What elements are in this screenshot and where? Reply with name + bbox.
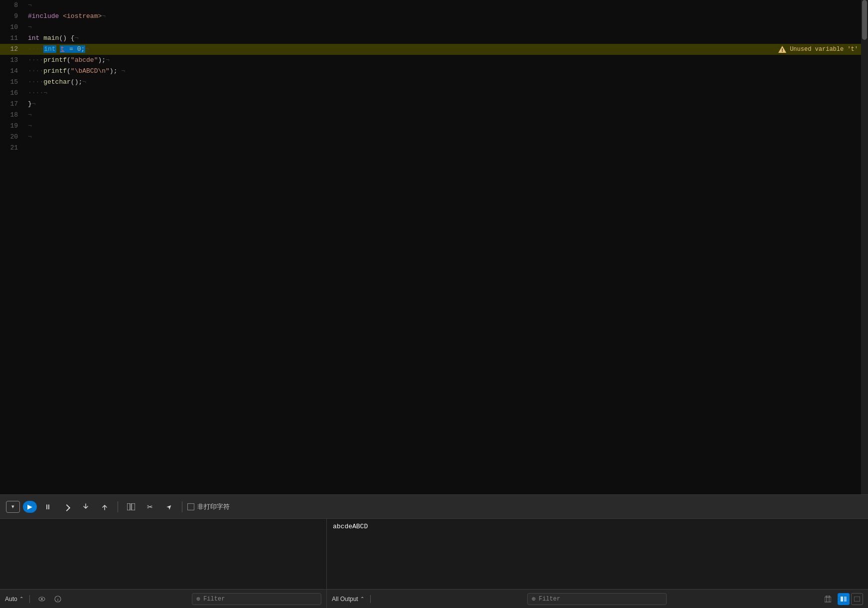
warning-annotation: ! Unused variable 't' <box>778 44 858 55</box>
warning-icon: ! <box>778 45 787 53</box>
line-content-17: }¬ <box>26 99 868 110</box>
line-number-11: 11 <box>0 33 26 44</box>
line-number-15: 15 <box>0 77 26 88</box>
line-content-15: ····getchar();¬ <box>26 77 868 88</box>
line-content-11: int main() {¬ <box>26 33 868 44</box>
auto-label: Auto <box>5 596 17 603</box>
delete-output-button[interactable] <box>822 593 834 605</box>
right-panel-footer: All Output ⌃ ⊕ Filter <box>327 589 868 608</box>
split-view-icon <box>127 503 135 510</box>
console-down-icon: ▾ <box>11 503 14 510</box>
console-toggle-button[interactable]: ▾ <box>6 501 20 513</box>
right-panel-content: abcdeABCD <box>327 519 868 589</box>
code-line-8: 8 ¬ <box>0 0 868 11</box>
step-over-button[interactable] <box>59 499 75 515</box>
nonprintable-checkbox[interactable] <box>187 503 194 510</box>
svg-rect-12 <box>841 597 843 602</box>
line-number-9: 9 <box>0 11 26 22</box>
right-filter-icon: ⊕ <box>532 595 536 603</box>
view-single-icon <box>854 597 860 602</box>
eye-button[interactable] <box>36 593 48 605</box>
code-line-18: 18 ¬ <box>0 110 868 121</box>
step-out-button[interactable] <box>97 499 113 515</box>
code-line-10: 10 ¬ <box>0 22 868 33</box>
code-line-15: 15 ····getchar();¬ <box>0 77 868 88</box>
code-line-13: 13 ····printf("abcde");¬ <box>0 55 868 66</box>
code-line-19: 19 ¬ <box>0 121 868 132</box>
svg-rect-8 <box>825 597 831 602</box>
line-content-19: ¬ <box>26 121 868 132</box>
line-content-9: #include <iostream>¬ <box>26 11 868 22</box>
line-number-12: 12 <box>0 44 26 55</box>
line-number-20: 20 <box>0 132 26 143</box>
line-content-18: ¬ <box>26 110 868 121</box>
code-line-9: 9 #include <iostream>¬ <box>0 11 868 22</box>
info-button[interactable]: i <box>52 593 64 605</box>
step-over-icon <box>63 504 70 511</box>
right-panel: abcdeABCD All Output ⌃ ⊕ Filter <box>327 519 868 608</box>
pause-icon: ⏸ <box>44 503 51 511</box>
svg-rect-3 <box>132 503 135 510</box>
run-icon: ▶ <box>27 503 32 510</box>
split-view-button[interactable] <box>123 499 139 515</box>
svg-text:!: ! <box>781 48 784 53</box>
code-line-20: 20 ¬ <box>0 132 868 143</box>
left-panel: Auto ⌃ i ⊕ Filter <box>0 519 327 608</box>
separator-1 <box>118 501 118 512</box>
output-text: abcdeABCD <box>333 523 368 530</box>
line-number-13: 13 <box>0 55 26 66</box>
line-number-10: 10 <box>0 22 26 33</box>
eye-icon <box>38 597 45 602</box>
step-into-button[interactable] <box>78 499 94 515</box>
svg-rect-11 <box>826 596 830 597</box>
nonprintable-text: 非打印字符 <box>197 502 230 511</box>
nonprintable-label[interactable]: 非打印字符 <box>187 502 230 511</box>
view-split-icon <box>841 597 847 602</box>
all-output-button[interactable]: All Output ⌃ <box>332 596 364 603</box>
run-button[interactable]: ▶ <box>23 501 37 513</box>
right-filter-box[interactable]: ⊕ Filter <box>527 593 667 605</box>
auto-button[interactable]: Auto ⌃ <box>5 596 23 603</box>
right-filter-label: Filter <box>539 596 560 603</box>
scrollbar-thumb[interactable] <box>862 0 867 40</box>
line-content-13: ····printf("abcde");¬ <box>26 55 868 66</box>
view-split-button[interactable] <box>838 593 850 605</box>
code-line-14: 14 ····printf("\bABCD\n"); ¬ <box>0 66 868 77</box>
line-content-12: ····int t = 0;¬ <box>26 44 868 55</box>
line-content-16: ····¬ <box>26 88 868 99</box>
all-output-label: All Output <box>332 596 358 603</box>
left-panel-footer: Auto ⌃ i ⊕ Filter <box>0 589 326 608</box>
svg-text:i: i <box>57 598 58 602</box>
share-icon: ➤ <box>164 502 173 511</box>
code-editor[interactable]: 8 ¬ 9 #include <iostream>¬ 10 ¬ 11 int m… <box>0 0 868 494</box>
line-number-16: 16 <box>0 88 26 99</box>
line-number-18: 18 <box>0 110 26 121</box>
svg-rect-2 <box>127 503 130 510</box>
scissors-icon: ✂ <box>147 503 153 511</box>
footer-sep-1 <box>29 595 30 603</box>
line-content-10: ¬ <box>26 22 868 33</box>
warning-text: Unused variable 't' <box>790 44 858 55</box>
code-line-12: 12 ····int t = 0;¬ ! Unused variable 't' <box>0 44 868 55</box>
left-filter-icon: ⊕ <box>196 595 200 603</box>
line-number-21: 21 <box>0 143 26 153</box>
left-filter-box[interactable]: ⊕ Filter <box>192 593 321 605</box>
scrollbar-track[interactable] <box>861 0 868 494</box>
view-single-button[interactable] <box>851 593 863 605</box>
line-number-14: 14 <box>0 66 26 77</box>
line-number-19: 19 <box>0 121 26 132</box>
trash-icon <box>825 596 831 603</box>
share-button[interactable]: ➤ <box>161 499 177 515</box>
code-lines: 8 ¬ 9 #include <iostream>¬ 10 ¬ 11 int m… <box>0 0 868 494</box>
right-footer-sep <box>370 595 371 603</box>
scissors-button[interactable]: ✂ <box>142 499 158 515</box>
auto-chevron-icon: ⌃ <box>19 596 23 602</box>
all-output-chevron-icon: ⌃ <box>360 596 364 602</box>
code-line-11: 11 int main() {¬ <box>0 33 868 44</box>
line-number-17: 17 <box>0 99 26 110</box>
left-panel-content <box>0 519 326 589</box>
pause-button[interactable]: ⏸ <box>40 499 56 515</box>
svg-point-5 <box>41 598 43 600</box>
code-line-17: 17 }¬ <box>0 99 868 110</box>
debug-toolbar: ▾ ▶ ⏸ ✂ ➤ 非打印字 <box>0 494 868 518</box>
